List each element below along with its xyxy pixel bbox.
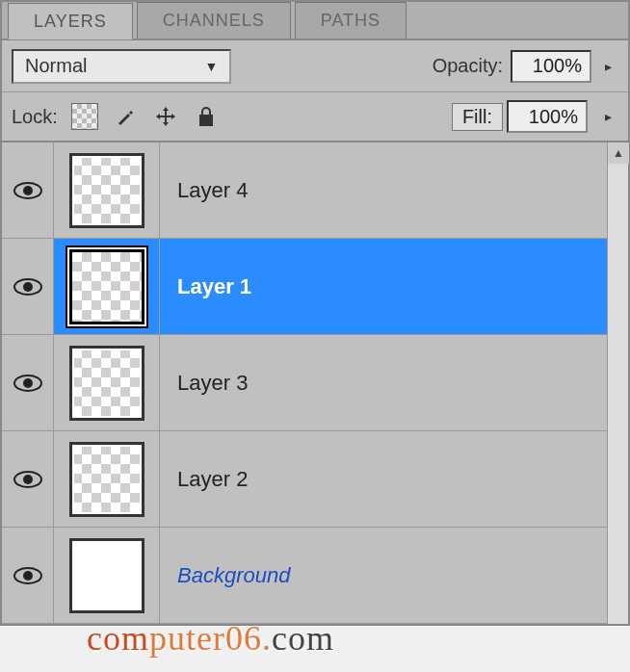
layer-name-label[interactable]: Layer 2 <box>160 467 248 492</box>
scrollbar[interactable]: ▲ <box>607 142 628 624</box>
tab-paths[interactable]: PATHS <box>295 2 407 39</box>
layer-thumbnail[interactable] <box>54 431 160 527</box>
svg-point-9 <box>23 571 33 581</box>
lock-row: Lock: Fill: 100% ▸ <box>2 92 628 142</box>
layer-row[interactable]: Background <box>2 528 628 624</box>
layer-thumbnail[interactable] <box>54 142 160 238</box>
lock-all-icon[interactable] <box>193 103 220 130</box>
layer-row[interactable]: Layer 4 <box>2 142 628 239</box>
visibility-toggle[interactable] <box>2 431 54 527</box>
layer-name-label[interactable]: Background <box>160 563 290 588</box>
layer-row[interactable]: Layer 1 <box>2 239 628 335</box>
lock-brush-icon[interactable] <box>112 103 139 130</box>
lock-move-icon[interactable] <box>152 103 179 130</box>
chevron-down-icon: ▼ <box>204 59 218 74</box>
svg-point-7 <box>23 475 33 484</box>
layer-name-label[interactable]: Layer 3 <box>160 371 248 396</box>
fill-label: Fill: <box>452 103 503 131</box>
svg-point-1 <box>23 186 33 195</box>
watermark: computer06.com <box>87 618 334 659</box>
svg-point-5 <box>23 378 33 388</box>
blend-mode-select[interactable]: Normal ▼ <box>12 49 231 84</box>
svg-point-3 <box>23 282 33 292</box>
tab-channels[interactable]: CHANNELS <box>137 2 291 39</box>
tab-layers[interactable]: LAYERS <box>8 3 133 39</box>
layer-row[interactable]: Layer 2 <box>2 431 628 528</box>
fill-flyout-icon[interactable]: ▸ <box>597 100 618 133</box>
layer-name-label[interactable]: Layer 4 <box>160 178 248 203</box>
visibility-toggle[interactable] <box>2 335 54 430</box>
eye-icon <box>13 374 43 393</box>
layers-panel: LAYERS CHANNELS PATHS Normal ▼ Opacity: … <box>0 0 630 626</box>
scroll-up-icon[interactable]: ▲ <box>608 142 629 164</box>
opacity-input[interactable]: 100% <box>511 50 591 83</box>
lock-transparency-icon[interactable] <box>71 103 98 130</box>
blend-row: Normal ▼ Opacity: 100% ▸ <box>2 40 628 92</box>
eye-icon <box>13 181 43 200</box>
visibility-toggle[interactable] <box>2 239 54 334</box>
opacity-label: Opacity: <box>425 55 511 77</box>
eye-icon <box>13 566 43 585</box>
layers-list: Layer 4 Layer 1 Layer 3 Layer 2 <box>2 142 628 624</box>
layer-thumbnail[interactable] <box>54 239 160 334</box>
blend-mode-value: Normal <box>25 55 87 77</box>
fill-input[interactable]: 100% <box>507 100 588 133</box>
lock-label: Lock: <box>12 106 58 128</box>
layer-name-label[interactable]: Layer 1 <box>160 274 251 299</box>
opacity-flyout-icon[interactable]: ▸ <box>597 50 618 83</box>
layer-row[interactable]: Layer 3 <box>2 335 628 431</box>
visibility-toggle[interactable] <box>2 142 54 238</box>
eye-icon <box>13 470 43 489</box>
visibility-toggle[interactable] <box>2 528 54 623</box>
panel-tabs: LAYERS CHANNELS PATHS <box>2 2 628 40</box>
layer-thumbnail[interactable] <box>54 528 160 623</box>
layer-thumbnail[interactable] <box>54 335 160 430</box>
eye-icon <box>13 277 43 297</box>
